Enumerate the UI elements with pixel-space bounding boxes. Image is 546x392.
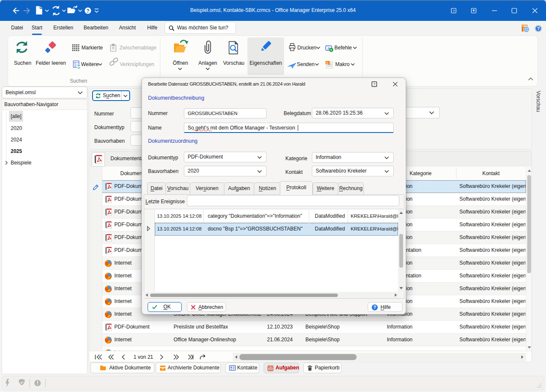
svg-text:?: ?	[373, 82, 375, 86]
svg-text:{}: {}	[326, 61, 328, 65]
svg-text:?: ?	[537, 26, 540, 31]
svg-text:?: ?	[373, 305, 376, 310]
